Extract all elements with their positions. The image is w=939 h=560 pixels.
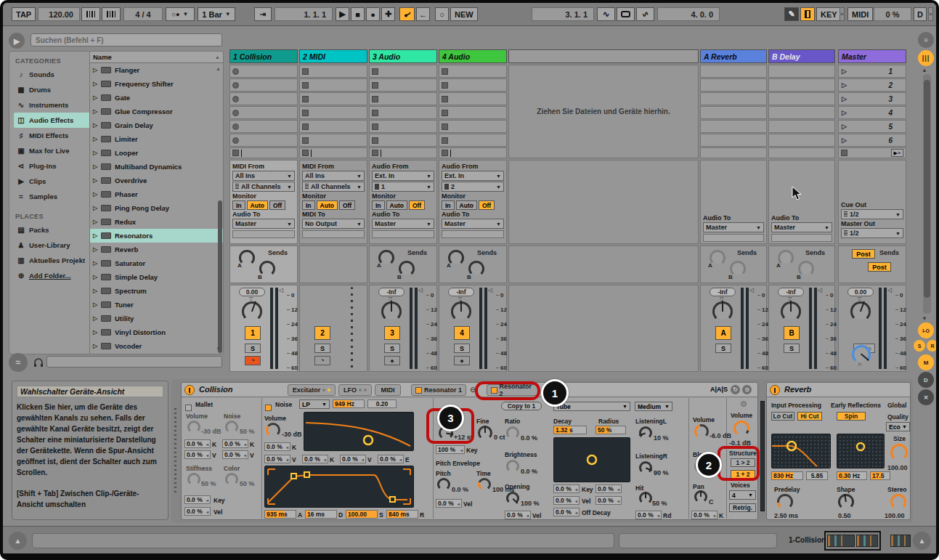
expand-arrow-icon[interactable]: ▷ xyxy=(93,343,100,349)
device-list-item[interactable]: ▷ Spectrum xyxy=(90,284,223,298)
clip-slot[interactable] xyxy=(229,65,298,78)
track-activator-button[interactable]: 1 xyxy=(245,326,261,340)
clip-slot[interactable] xyxy=(299,134,367,147)
tap-tempo-button[interactable]: TAP xyxy=(12,7,36,21)
output-level-marker[interactable]: ◁ xyxy=(887,287,892,293)
volume-knob[interactable] xyxy=(381,301,402,322)
solo-button[interactable]: S xyxy=(314,344,330,353)
noise-release-field[interactable]: 840 ms xyxy=(386,510,418,519)
show-sends-button[interactable]: S xyxy=(914,340,925,352)
play-button[interactable]: ▶ xyxy=(336,7,349,21)
scene-play-icon[interactable]: ▷ xyxy=(842,137,847,144)
noise-filter-res-field[interactable]: 0.20 xyxy=(367,399,397,408)
pitch-env-amount-knob[interactable] xyxy=(437,478,450,491)
device-list-item[interactable]: ▷ Flanger xyxy=(90,63,223,77)
volume-value[interactable]: 0.00 xyxy=(847,288,874,296)
noise-volume-knob[interactable] xyxy=(266,423,280,437)
expand-arrow-icon[interactable]: ▷ xyxy=(93,260,100,267)
clip-slot[interactable] xyxy=(229,78,298,92)
stop-button[interactable]: ■ xyxy=(351,7,365,21)
monitor-auto-button[interactable]: Auto xyxy=(317,200,338,210)
device-thumb[interactable] xyxy=(856,535,878,547)
lo-cut-button[interactable]: Lo Cut xyxy=(771,412,794,421)
drop-zone[interactable]: Ziehen Sie Dateien und Geräte hierhin. xyxy=(508,65,699,158)
session-scrollbar[interactable] xyxy=(923,74,931,314)
clip-slot[interactable] xyxy=(229,120,298,133)
clip-stop-row[interactable] xyxy=(229,147,298,158)
noise-attack-field[interactable]: 935 ms xyxy=(264,510,296,519)
clip-slot[interactable] xyxy=(439,65,507,78)
volume-value[interactable]: -Inf xyxy=(778,288,804,296)
lowcut-q-field[interactable]: 5.85 xyxy=(806,471,828,480)
master-out-select[interactable]: 1/2▼ xyxy=(841,228,903,238)
sidebar-category-item[interactable]: ▶ Clips xyxy=(14,174,89,189)
scroll-down-icon[interactable]: ▼ xyxy=(922,315,927,322)
shape-knob[interactable] xyxy=(838,494,854,510)
resonator-keytrack-field[interactable]: 100 %◂ xyxy=(436,445,465,454)
output-routing-select[interactable]: Master▼ xyxy=(703,222,764,232)
expand-arrow-icon[interactable]: ▷ xyxy=(93,191,100,198)
save-preset-icon[interactable]: ⊙ xyxy=(742,385,752,394)
track-header[interactable]: A Reverb xyxy=(700,49,767,63)
input-filter-display[interactable] xyxy=(771,434,831,468)
track-header[interactable]: 1 Collision xyxy=(229,49,298,63)
preview-headphone-icon[interactable] xyxy=(33,357,44,370)
loop-button[interactable] xyxy=(617,7,635,21)
monitor-off-button[interactable]: Off xyxy=(409,200,425,210)
expand-arrow-icon[interactable]: ▷ xyxy=(93,177,100,184)
volume-value[interactable]: 0.00 xyxy=(239,288,265,296)
expand-arrow-icon[interactable]: ▷ xyxy=(93,329,100,336)
opening-vel-field[interactable]: 0.0 %◂ xyxy=(505,511,531,519)
spin-display[interactable] xyxy=(837,434,885,468)
device-list-item[interactable]: ▷ Simple Delay xyxy=(90,270,223,284)
output-level-marker[interactable]: ◁ xyxy=(749,287,754,293)
computer-midi-keyboard-button[interactable] xyxy=(800,7,815,21)
mallet-vol-vel-field[interactable]: 0.0 %◂ xyxy=(184,450,211,459)
clip-slot[interactable] xyxy=(369,92,437,105)
device-list-item[interactable]: ▷ Reverb xyxy=(90,243,223,256)
collision-title-bar[interactable]: Collision Excitator LFO MIDI Resonator 1… xyxy=(182,383,757,397)
device-list-item[interactable]: ▷ Vocoder xyxy=(90,339,223,353)
resonator-volume-knob[interactable] xyxy=(694,424,709,439)
spin-freq-field[interactable]: 0.30 Hz xyxy=(837,471,867,480)
device-thumb[interactable] xyxy=(890,535,911,547)
search-input[interactable] xyxy=(31,33,222,46)
clip-slot[interactable] xyxy=(439,78,507,92)
cue-out-select[interactable]: 1/2▼ xyxy=(841,209,903,219)
device-list-item[interactable]: ▷ Saturator xyxy=(90,256,223,270)
noise-field-k2[interactable]: 0.0 %◂ xyxy=(302,455,328,463)
monitor-in-button[interactable]: In xyxy=(232,200,245,210)
output-routing-select[interactable]: No Output▼ xyxy=(302,219,365,229)
quality-select[interactable]: Eco▼ xyxy=(886,422,910,431)
monitor-in-button[interactable]: In xyxy=(302,200,315,210)
key-map-button[interactable]: KEY xyxy=(816,7,842,21)
show-delay-button[interactable]: D xyxy=(918,372,934,388)
clip-slot[interactable] xyxy=(229,106,298,119)
add-folder-button[interactable]: ⊕ Add Folder... xyxy=(14,268,89,283)
spin-amount-field[interactable]: 17.5 xyxy=(870,471,890,480)
device-list-item[interactable]: ▷ Grain Delay xyxy=(90,118,223,132)
noise-filter-type-select[interactable]: LP▼ xyxy=(299,399,330,409)
automation-arm-button[interactable] xyxy=(399,7,415,21)
pan-key-field[interactable]: 0.0 %◂ xyxy=(691,511,718,519)
track-activator-button[interactable]: B xyxy=(784,326,800,340)
input-routing-select[interactable]: All Ins▼ xyxy=(232,171,295,181)
expand-arrow-icon[interactable]: ▷ xyxy=(93,315,100,322)
resonator-type-select[interactable]: Tube▼ xyxy=(553,402,630,411)
clip-stop-row[interactable] xyxy=(299,147,367,158)
device-list-item[interactable]: ▷ Looper xyxy=(90,146,223,160)
input-channel-select[interactable]: 2▼ xyxy=(442,182,504,192)
solo-button[interactable]: S xyxy=(784,344,800,353)
arm-button[interactable]: ◐ xyxy=(245,356,261,365)
clip-slot[interactable] xyxy=(299,92,367,105)
scene-slot[interactable]: ▷2 xyxy=(838,78,906,92)
time-signature-field[interactable]: 4 / 4 xyxy=(123,7,163,21)
tempo-field[interactable]: 120.00 xyxy=(38,7,80,21)
track-header[interactable]: 4 Audio xyxy=(439,49,507,63)
predelay-knob[interactable] xyxy=(777,494,793,510)
mallet-key-field[interactable]: 0.0 %◂ xyxy=(184,495,211,504)
scene-play-icon[interactable]: ▷ xyxy=(842,68,847,75)
spin-button[interactable]: Spin xyxy=(837,412,866,421)
clip-slot[interactable] xyxy=(299,65,367,78)
mallet-noise-key-field[interactable]: 0.0 %◂ xyxy=(222,439,248,448)
